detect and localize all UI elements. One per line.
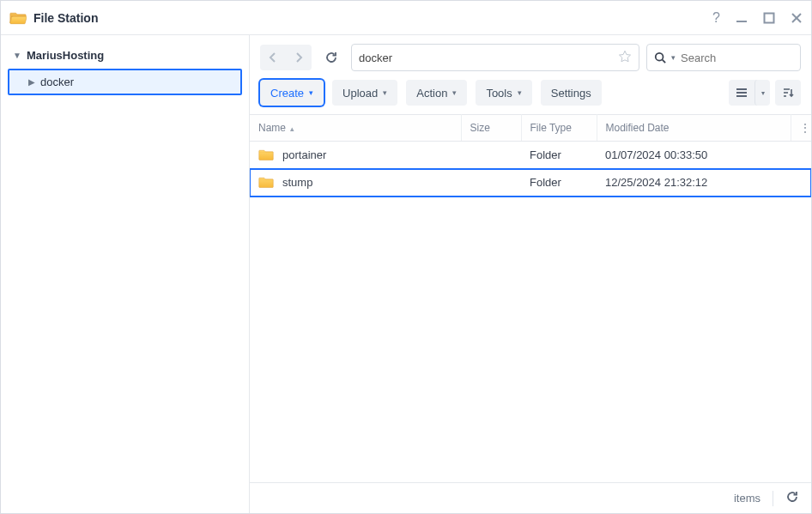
chevron-left-icon [268,52,278,63]
tools-button[interactable]: Tools ▾ [476,80,531,106]
window-controls: ? [712,10,803,26]
action-toolbar: Create ▾ Upload ▾ Action ▾ Tools ▾ Setti… [250,71,811,114]
settings-label: Settings [551,87,591,100]
search-input[interactable] [681,51,812,64]
col-more[interactable]: ⋮ [791,115,811,142]
app-title: File Station [33,11,98,25]
folder-icon [258,176,274,189]
minimize-icon[interactable] [736,12,748,24]
sort-button[interactable] [775,80,801,106]
forward-button[interactable] [286,45,312,70]
app-icon [9,9,27,27]
settings-button[interactable]: Settings [541,80,602,106]
file-type: Folder [521,169,597,197]
path-text: docker [359,51,618,64]
svg-line-5 [663,60,666,63]
back-button[interactable] [260,45,286,70]
sidebar-item-docker[interactable]: ▶ docker [8,69,242,95]
nav-toolbar: docker ▾ [250,35,811,71]
view-list-button[interactable] [729,80,754,106]
sort-asc-icon: ▴ [290,124,294,133]
col-size[interactable]: Size [461,115,521,142]
more-icon: ⋮ [800,122,810,134]
caret-down-icon: ▼ [13,51,21,60]
file-name: stump [282,176,312,189]
file-modified: 12/25/2024 21:32:12 [597,169,791,197]
divider [773,491,773,506]
refresh-icon [785,490,799,504]
statusbar: items [250,482,811,513]
caret-down-icon: ▾ [452,88,457,97]
main-panel: docker ▾ Create ▾ [250,35,811,513]
caret-down-icon: ▾ [518,88,522,97]
file-name: portainer [282,148,326,161]
items-label: items [734,492,760,505]
status-refresh-button[interactable] [785,490,799,506]
sidebar: ▼ MariusHosting ▶ docker [1,35,250,513]
file-modified: 01/07/2024 00:33:50 [597,142,791,169]
tools-label: Tools [486,87,512,100]
col-modified[interactable]: Modified Date [597,115,791,142]
list-view-icon [735,86,748,100]
refresh-icon [324,51,338,64]
create-button[interactable]: Create ▾ [260,80,324,106]
search-icon [654,51,666,63]
path-input[interactable]: docker [351,44,639,71]
caret-down-icon: ▾ [761,89,765,97]
col-name[interactable]: Name ▴ [250,115,461,142]
svg-rect-1 [765,13,774,22]
upload-label: Upload [342,87,378,100]
refresh-button[interactable] [318,45,344,70]
sort-icon [781,86,795,100]
upload-button[interactable]: Upload ▾ [332,80,397,106]
table-row[interactable]: portainerFolder01/07/2024 00:33:50 [250,142,811,169]
table-row[interactable]: stumpFolder12/25/2024 21:32:12 [250,169,811,197]
caret-right-icon: ▶ [28,77,35,87]
sidebar-item-label: docker [40,76,74,88]
file-table-wrap: Name ▴ Size File Type Modified Date ⋮ po… [250,114,811,482]
file-size [461,169,521,197]
tree-root-label: MariusHosting [27,49,104,62]
svg-point-4 [656,53,664,61]
col-type[interactable]: File Type [521,115,597,142]
file-type: Folder [521,142,597,169]
create-label: Create [270,87,304,100]
favorite-icon[interactable] [618,50,632,66]
view-dropdown-button[interactable]: ▾ [754,80,770,106]
folder-icon [258,148,274,161]
action-label: Action [416,87,447,100]
nav-history [260,45,312,70]
titlebar: File Station ? [1,1,811,35]
caret-down-icon: ▾ [309,88,313,97]
action-button[interactable]: Action ▾ [406,80,467,106]
close-icon[interactable] [791,12,803,24]
help-icon[interactable]: ? [712,10,720,26]
file-table: Name ▴ Size File Type Modified Date ⋮ po… [250,114,811,197]
file-size [461,142,521,169]
caret-down-icon: ▾ [383,88,387,97]
window: File Station ? ▼ MariusHosting ▶ docker [0,0,812,514]
tree-root[interactable]: ▼ MariusHosting [8,44,242,67]
search-caret-icon: ▾ [671,53,676,62]
chevron-right-icon [294,52,304,63]
maximize-icon[interactable] [763,12,775,24]
search-box[interactable]: ▾ [646,44,801,71]
